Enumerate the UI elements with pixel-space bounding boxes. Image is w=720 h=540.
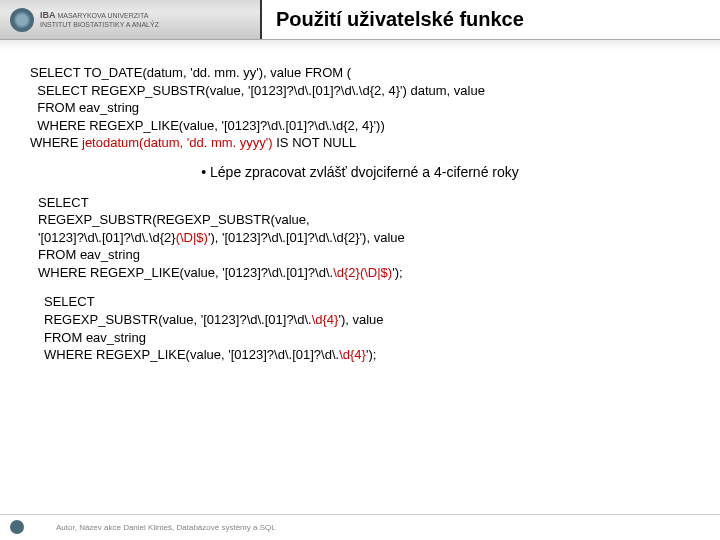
- title-area: Použití uživatelské funkce: [260, 0, 720, 39]
- iba-logo-icon: [10, 8, 34, 32]
- logo-area: IBA MASARYKOVA UNIVERZITA INSTITUT BIOST…: [0, 8, 260, 32]
- footer-logo-icon: [10, 520, 24, 534]
- logo-line2: INSTITUT BIOSTATISTIKY A ANALÝZ: [40, 21, 159, 28]
- regex-pattern: \d{4}: [312, 312, 339, 327]
- header-bar: IBA MASARYKOVA UNIVERZITA INSTITUT BIOST…: [0, 0, 720, 40]
- logo-text: IBA MASARYKOVA UNIVERZITA INSTITUT BIOST…: [40, 11, 159, 29]
- logo-line1: MASARYKOVA UNIVERZITA: [57, 12, 148, 19]
- bullet-note: • Lépe zpracovat zvlášť dvojciferné a 4-…: [30, 164, 690, 180]
- header-shadow: [0, 40, 720, 50]
- logo-iba: IBA: [40, 10, 56, 20]
- user-fn: jetodatum(datum, 'dd. mm. yyyy'): [82, 135, 273, 150]
- regex-pattern: (\D|$): [176, 230, 208, 245]
- footer: Autor, Název akce Daniel Klimeš, Databáz…: [0, 514, 720, 534]
- code-block-2: SELECT REGEXP_SUBSTR(REGEXP_SUBSTR(value…: [30, 194, 690, 282]
- regex-pattern: \d{2}(\D|$): [333, 265, 392, 280]
- regex-pattern: \d{4}: [339, 347, 366, 362]
- code-block-3: SELECT REGEXP_SUBSTR(value, '[0123]?\d\.…: [30, 293, 690, 363]
- content: SELECT TO_DATE(datum, 'dd. mm. yy'), val…: [0, 50, 720, 364]
- page-title: Použití uživatelské funkce: [276, 8, 524, 31]
- code-block-1: SELECT TO_DATE(datum, 'dd. mm. yy'), val…: [30, 64, 690, 152]
- footer-text: Autor, Název akce Daniel Klimeš, Databáz…: [56, 523, 276, 532]
